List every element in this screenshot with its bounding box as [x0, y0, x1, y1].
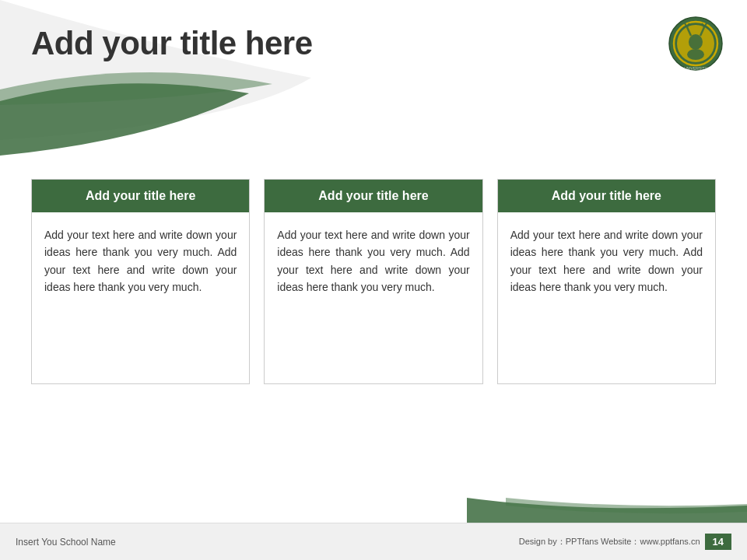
svg-text:UNIVERSITY: UNIVERSITY: [684, 66, 708, 71]
card-3-header: Add your title here: [498, 180, 715, 212]
main-title: Add your title here: [31, 25, 313, 62]
footer-right: Design by：PPTfans Website：www.pptfans.cn…: [519, 534, 731, 550]
top-decoration: [0, 0, 747, 156]
footer: Insert You School Name Design by：PPTfans…: [0, 523, 747, 560]
design-credit: Design by：PPTfans Website：www.pptfans.cn: [519, 536, 700, 548]
card-2: Add your title here Add your text here a…: [264, 179, 482, 384]
card-2-body: Add your text here and write down your i…: [265, 212, 482, 383]
card-1-body: Add your text here and write down your i…: [32, 212, 249, 383]
logo-svg: UNIVERSITY: [668, 16, 724, 72]
svg-point-3: [689, 34, 703, 50]
school-name: Insert You School Name: [16, 537, 116, 548]
card-3-body: Add your text here and write down your i…: [498, 212, 715, 383]
card-3: Add your title here Add your text here a…: [497, 179, 716, 384]
card-2-header: Add your title here: [265, 180, 482, 212]
page-number: 14: [705, 534, 731, 550]
slide: Add your title here: [0, 0, 747, 560]
svg-point-10: [687, 49, 704, 60]
card-1: Add your title here Add your text here a…: [31, 179, 250, 384]
cards-container: Add your title here Add your text here a…: [31, 179, 716, 384]
card-1-header: Add your title here: [32, 180, 249, 212]
logo: UNIVERSITY: [668, 16, 724, 72]
